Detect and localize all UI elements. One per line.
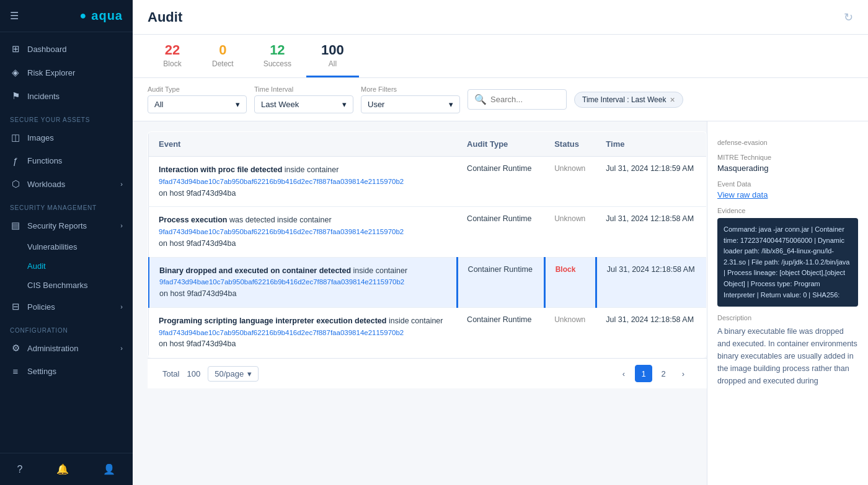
event-cell: Programing scripting language interprete… [149, 307, 458, 357]
logo-text: aqua [91, 9, 123, 23]
stat-number-success: 12 [270, 42, 285, 58]
main-content: Audit ↻ 22 Block 0 Detect 12 Success 100… [133, 0, 868, 485]
settings-icon: ≡ [10, 366, 21, 377]
col-status: Status [544, 132, 596, 157]
active-filter-label: Time Interval : Last Week [582, 95, 666, 104]
more-filters-select[interactable]: User ▾ [361, 95, 460, 113]
status-cell: Unknown [544, 157, 596, 207]
table-row[interactable]: Programing scripting language interprete… [149, 307, 707, 357]
page-2-button[interactable]: 2 [655, 365, 672, 382]
sidebar-item-label: Functions [27, 156, 62, 165]
sidebar-item-images[interactable]: ◫ Images [0, 126, 133, 149]
sidebar-item-settings[interactable]: ≡ Settings [0, 360, 133, 383]
panel-description-text: A binary executable file was dropped and… [717, 325, 858, 387]
stats-bar: 22 Block 0 Detect 12 Success 100 All [133, 35, 868, 78]
sidebar-item-label: Vulnerabilities [27, 242, 77, 251]
page-size-select[interactable]: 50/page ▾ [208, 366, 259, 382]
sidebar-item-label: Risk Explorer [27, 68, 75, 77]
prev-page-button[interactable]: ‹ [615, 365, 632, 382]
table-row[interactable]: Process execution was detected inside co… [149, 207, 707, 257]
notifications-icon[interactable]: 🔔 [51, 458, 74, 480]
remove-filter-button[interactable]: × [670, 95, 675, 105]
sidebar-item-label: Dashboard [27, 45, 67, 54]
stat-tab-success[interactable]: 12 Success [249, 42, 306, 77]
sidebar-item-administration[interactable]: ⚙ Administration › [0, 336, 133, 360]
evidence-box: Command: java -jar conn.jar | Container … [717, 218, 858, 307]
event-cell: Process execution was detected inside co… [149, 207, 458, 257]
sidebar-item-audit[interactable]: Audit [0, 256, 133, 276]
time-interval-value: Last Week [261, 100, 299, 109]
sidebar-item-label: Incidents [27, 92, 60, 101]
sidebar-item-vulnerabilities[interactable]: Vulnerabilities [0, 237, 133, 256]
sidebar-bottom: ? 🔔 👤 [0, 453, 133, 485]
logo-area: ☰ ● aqua [0, 0, 133, 32]
audit-type-label: Audit Type [148, 85, 247, 93]
help-icon[interactable]: ? [12, 459, 28, 480]
panel-category-label: defense-evasion [717, 139, 858, 146]
sidebar-item-incidents[interactable]: ⚑ Incidents [0, 84, 133, 108]
search-input[interactable] [490, 95, 552, 104]
section-secure-assets: Secure Your Assets [0, 108, 133, 126]
chevron-down-icon: ▾ [342, 100, 347, 109]
sidebar-item-label: CIS Benchmarks [27, 281, 88, 290]
chevron-down-icon: › [120, 303, 123, 310]
time-interval-label: Time Interval [254, 85, 353, 93]
policies-icon: ⊟ [10, 301, 21, 312]
logo-icon: ● [79, 9, 86, 22]
audit-type-filter: Audit Type All ▾ [148, 85, 247, 113]
sidebar-item-risk-explorer[interactable]: ◈ Risk Explorer [0, 61, 133, 84]
status-cell: Unknown [544, 207, 596, 257]
sidebar-item-label: Administration [27, 344, 78, 353]
more-filters-value: User [368, 100, 384, 109]
table-section: Event Audit Type Status Time Interaction… [133, 121, 707, 485]
col-audit-type: Audit Type [457, 132, 544, 157]
workloads-icon: ⬡ [10, 178, 21, 190]
stat-tab-detect[interactable]: 0 Detect [197, 42, 249, 77]
sidebar-item-functions[interactable]: ƒ Functions [0, 149, 133, 172]
panel-description-label: Description [717, 314, 858, 321]
user-icon[interactable]: 👤 [98, 458, 120, 480]
sidebar-item-label: Workloads [27, 180, 65, 189]
risk-explorer-icon: ◈ [10, 67, 21, 78]
chevron-down-icon: ▾ [247, 369, 252, 378]
stat-tab-all[interactable]: 100 All [306, 42, 359, 77]
table-row[interactable]: Binary dropped and executed on container… [149, 257, 707, 307]
time-cell: Jul 31, 2024 12:18:59 AM [596, 157, 706, 207]
next-page-button[interactable]: › [675, 365, 692, 382]
time-cell: Jul 31, 2024 12:18:58 AM [596, 307, 706, 357]
filters-bar: Audit Type All ▾ Time Interval Last Week… [133, 78, 868, 121]
table-row[interactable]: Interaction with proc file detected insi… [149, 157, 707, 207]
sidebar-nav: ⊞ Dashboard ◈ Risk Explorer ⚑ Incidents … [0, 32, 133, 453]
images-icon: ◫ [10, 132, 21, 143]
topbar: Audit ↻ [133, 0, 868, 35]
view-raw-data-link[interactable]: View raw data [717, 190, 768, 199]
total-label: Total [162, 369, 179, 378]
chevron-down-icon: ▾ [449, 100, 453, 109]
chevron-down-icon: › [120, 180, 123, 188]
sidebar-item-label: Audit [27, 261, 46, 271]
refresh-button[interactable]: ↻ [844, 11, 853, 24]
sidebar-item-workloads[interactable]: ⬡ Workloads › [0, 172, 133, 196]
page-1-button[interactable]: 1 [635, 365, 652, 382]
stat-tab-block[interactable]: 22 Block [148, 42, 197, 77]
incidents-icon: ⚑ [10, 90, 21, 102]
audit-type-select[interactable]: All ▾ [148, 95, 247, 113]
sidebar-item-cis-benchmarks[interactable]: CIS Benchmarks [0, 276, 133, 295]
status-cell: Block [544, 257, 596, 307]
sidebar-item-dashboard[interactable]: ⊞ Dashboard [0, 37, 133, 61]
col-time: Time [596, 132, 706, 157]
time-interval-select[interactable]: Last Week ▾ [254, 95, 353, 113]
sidebar-item-security-reports[interactable]: ▤ Security Reports › [0, 214, 133, 237]
time-cell: Jul 31, 2024 12:18:58 AM [596, 207, 706, 257]
dashboard-icon: ⊞ [10, 43, 21, 55]
stat-number-all: 100 [321, 42, 344, 58]
section-security-management: Security Management [0, 196, 133, 214]
page-title: Audit [148, 9, 182, 25]
sidebar-item-policies[interactable]: ⊟ Policies › [0, 295, 133, 318]
stat-label-all: All [329, 59, 337, 68]
audit-type-value: All [154, 100, 163, 109]
search-filter[interactable]: 🔍 [467, 89, 567, 110]
col-event: Event [149, 132, 458, 157]
audit-type-cell: Container Runtime [457, 257, 544, 307]
hamburger-icon[interactable]: ☰ [10, 10, 19, 22]
